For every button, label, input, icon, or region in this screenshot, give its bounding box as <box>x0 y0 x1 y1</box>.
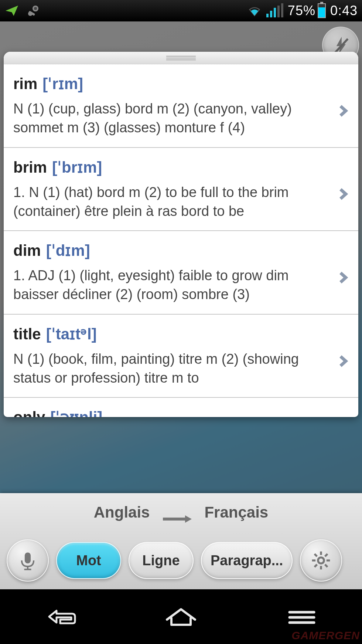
entry-phonetic: [ˈdɪm] <box>46 241 90 260</box>
svg-marker-8 <box>185 515 192 523</box>
mode-paragraph-button[interactable]: Paragrap... <box>201 542 293 579</box>
android-nav-bar: GAMERGEN <box>0 589 362 644</box>
steam-icon <box>26 3 41 18</box>
entry-word: title <box>13 325 41 343</box>
list-item[interactable]: brim [ˈbrɪm] 1. N (1) (hat) bord m (2) t… <box>4 148 358 231</box>
mode-line-button[interactable]: Ligne <box>129 542 194 579</box>
battery-indicator: 75% <box>288 3 326 18</box>
entry-phonetic: [ˈbrɪm] <box>52 158 102 176</box>
chevron-right-icon <box>335 102 352 119</box>
airdroid-icon <box>4 3 19 18</box>
svg-point-12 <box>318 557 324 563</box>
entry-phonetic: [ˈtaɪtᵊl] <box>46 325 97 343</box>
entry-definition: 1. N (1) (hat) bord m (2) to be full to … <box>13 183 349 221</box>
mode-word-button[interactable]: Mot <box>56 542 121 579</box>
svg-line-17 <box>315 554 317 556</box>
svg-line-20 <box>315 565 317 567</box>
entry-phonetic: [ˈrɪm] <box>42 75 83 93</box>
status-bar: 75% 0:43 <box>0 0 362 21</box>
entry-word: dim <box>13 242 41 260</box>
clock: 0:43 <box>330 3 358 18</box>
entry-word: only <box>13 409 45 417</box>
home-button[interactable] <box>151 600 211 633</box>
watermark: GAMERGEN <box>291 629 360 642</box>
svg-line-18 <box>325 565 328 567</box>
list-item[interactable]: dim [ˈdɪm] 1. ADJ (1) (light, eyesight) … <box>4 231 358 315</box>
chevron-right-icon <box>335 269 352 286</box>
dictionary-panel: rim [ˈrɪm] N (1) (cup, glass) bord m (2)… <box>4 52 358 417</box>
grip-icon <box>166 56 196 60</box>
entry-word: rim <box>13 75 37 93</box>
panel-drag-handle[interactable] <box>4 52 358 64</box>
arrow-right-icon <box>162 509 192 516</box>
svg-point-2 <box>34 7 37 10</box>
svg-line-19 <box>325 554 328 556</box>
target-language: Français <box>204 504 268 521</box>
entry-word: brim <box>13 159 47 176</box>
list-item[interactable]: rim [ˈrɪm] N (1) (cup, glass) bord m (2)… <box>4 64 358 148</box>
translation-controls-sheet: Anglais Français Mot Ligne Paragrap... <box>0 493 362 589</box>
settings-button[interactable] <box>300 539 342 582</box>
microphone-button[interactable] <box>7 539 49 582</box>
back-button[interactable] <box>31 600 90 633</box>
entry-definition: N (1) (book, film, painting) titre m (2)… <box>13 350 349 388</box>
source-language: Anglais <box>94 504 150 521</box>
list-item[interactable]: only [ˈəʊnli] <box>4 398 358 417</box>
entry-definition: N (1) (cup, glass) bord m (2) (canyon, v… <box>13 99 349 138</box>
entry-definition: 1. ADJ (1) (light, eyesight) faible to g… <box>13 266 349 304</box>
chevron-right-icon <box>335 186 352 203</box>
wifi-icon <box>247 3 262 18</box>
svg-rect-9 <box>25 552 31 563</box>
cell-signal-icon <box>266 4 283 17</box>
list-item[interactable]: title [ˈtaɪtᵊl] N (1) (book, film, paint… <box>4 315 358 398</box>
battery-percent: 75% <box>288 3 315 18</box>
entry-phonetic: [ˈəʊnli] <box>50 408 102 417</box>
language-direction[interactable]: Anglais Français <box>0 494 362 531</box>
dictionary-list[interactable]: rim [ˈrɪm] N (1) (cup, glass) bord m (2)… <box>4 64 358 417</box>
chevron-right-icon <box>335 352 352 369</box>
menu-button[interactable] <box>272 600 331 633</box>
svg-marker-0 <box>6 6 18 16</box>
